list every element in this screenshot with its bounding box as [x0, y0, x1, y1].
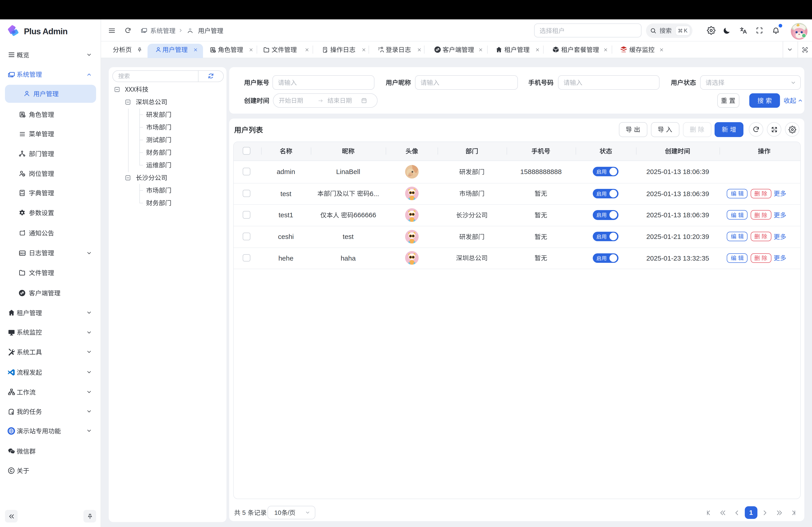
- svg-text:DEV: DEV: [20, 252, 25, 255]
- svg-text:redis: redis: [622, 51, 626, 53]
